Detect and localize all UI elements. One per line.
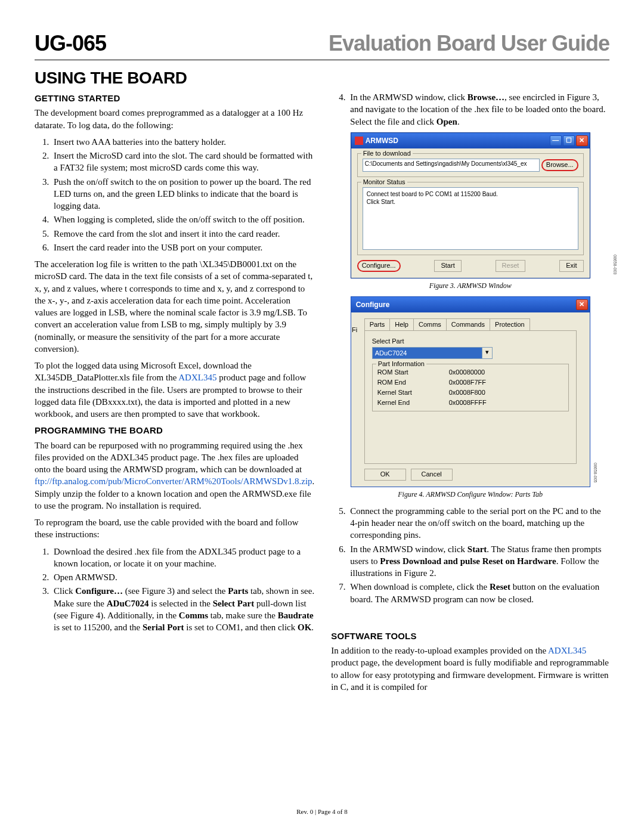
left-column: GETTING STARTED The development board co… [35, 89, 314, 698]
info-val: 0x0008F800 [449, 388, 564, 397]
file-download-group: File to download C:\Documents and Settin… [357, 153, 584, 177]
list-item: Insert the MicroSD card into the slot. T… [51, 150, 314, 174]
reset-button[interactable]: Reset [496, 260, 526, 272]
page-header: UG-065 Evaluation Board User Guide [35, 31, 609, 60]
figure-code: 08658-003 [612, 255, 618, 274]
para: To reprogram the board, use the cable pr… [35, 516, 314, 541]
close-icon[interactable]: ✕ [576, 135, 588, 146]
window-title: Configure [356, 300, 390, 309]
page-footer: Rev. 0 | Page 4 of 8 [0, 808, 644, 815]
tab-protection[interactable]: Protection [490, 318, 530, 330]
part-info-group: Part Information ROM Start0x00080000 ROM… [372, 364, 569, 411]
configure-button[interactable]: Configure... [357, 260, 401, 272]
list-item: Click Configure… (see Figure 3) and sele… [51, 585, 314, 633]
cancel-button[interactable]: Cancel [411, 469, 453, 481]
window-title: ARMWSD [366, 136, 398, 145]
list-item: Download the desired .hex file from the … [51, 546, 314, 570]
section-title: USING THE BOARD [35, 69, 609, 88]
maximize-icon[interactable]: ☐ [563, 135, 575, 146]
list-item: In the ARMWSD window, click Start. The S… [348, 543, 609, 580]
list-item: In the ARMWSD window, click Browse…, see… [348, 91, 609, 128]
right-column: In the ARMWSD window, click Browse…, see… [331, 89, 609, 698]
list-item: Insert the card reader into the USB port… [51, 241, 314, 253]
programming-list-cont: In the ARMWSD window, click Browse…, see… [331, 91, 609, 128]
figure-code: 08658-005 [592, 463, 597, 482]
list-item: Open ARMWSD. [51, 571, 314, 583]
info-val: 0x00080000 [449, 368, 564, 377]
info-key: Kernel End [377, 398, 437, 407]
tab-comms[interactable]: Comms [413, 318, 447, 330]
link-adxl345[interactable]: ADXL345 [548, 646, 586, 655]
combo-value: ADuC7024 [373, 348, 482, 359]
doc-id: UG-065 [35, 31, 106, 56]
doc-title: Evaluation Board User Guide [329, 31, 609, 56]
list-item: Connect the programming cable to the ser… [348, 505, 609, 541]
info-key: ROM Start [377, 368, 437, 377]
para: In addition to the ready-to-upload examp… [331, 645, 609, 693]
tabs: Parts Help Comms Commands Protection [364, 318, 583, 330]
minimize-icon[interactable]: — [550, 135, 562, 146]
group-label: File to download [361, 149, 413, 158]
window-titlebar: ARMWSD — ☐ ✕ [351, 133, 590, 148]
configure-window: Configure ✕ Fi Parts Help Comms Commands… [351, 296, 590, 487]
programming-list-cont2: Connect the programming cable to the ser… [331, 505, 609, 605]
armwsd-window: ARMWSD — ☐ ✕ File to download C:\Documen… [351, 132, 590, 278]
info-val: 0x0008F7FF [449, 378, 564, 387]
para: The board can be repurposed with no prog… [35, 439, 314, 512]
list-item: Push the on/off switch to the on positio… [51, 176, 314, 212]
link-adxl345[interactable]: ADXL345 [178, 373, 216, 382]
info-key: Kernel Start [377, 388, 437, 397]
subhead-getting-started: GETTING STARTED [35, 92, 314, 104]
group-label: Monitor Status [361, 178, 407, 187]
browse-button[interactable]: Browse... [541, 159, 578, 171]
tab-panel: Select Part ADuC7024 ▾ Part Information … [364, 330, 577, 464]
list-item: Insert two AAA batteries into the batter… [51, 136, 314, 148]
tab-parts[interactable]: Parts [364, 318, 391, 330]
group-label: Part Information [376, 360, 426, 368]
exit-button[interactable]: Exit [559, 260, 583, 272]
start-button[interactable]: Start [434, 260, 461, 272]
list-item: When download is complete, click the Res… [348, 581, 609, 605]
window-titlebar: Configure ✕ [351, 297, 590, 312]
link-armwsd-zip[interactable]: ftp://ftp.analog.com/pub/MicroConverter/… [35, 476, 312, 486]
app-icon [355, 137, 363, 145]
para: The development board comes preprogramme… [35, 107, 314, 131]
subhead-software-tools: SOFTWARE TOOLS [331, 630, 609, 642]
select-part-label: Select Part [372, 337, 569, 346]
background-stub: Fi [350, 326, 360, 334]
programming-list: Download the desired .hex file from the … [35, 546, 314, 634]
status-text: Connect test board to PC COM1 at 115200 … [363, 187, 578, 250]
info-val: 0x0008FFFF [449, 398, 564, 407]
select-part-combo[interactable]: ADuC7024 ▾ [372, 347, 493, 360]
subhead-programming: PROGRAMMING THE BOARD [35, 425, 314, 436]
getting-started-list: Insert two AAA batteries into the batter… [35, 136, 314, 253]
chevron-down-icon[interactable]: ▾ [482, 348, 492, 359]
tab-commands[interactable]: Commands [446, 318, 490, 330]
tab-help[interactable]: Help [389, 318, 414, 330]
figure-caption: Figure 3. ARMWSD Window [331, 281, 609, 290]
ok-button[interactable]: OK [364, 469, 406, 481]
para: To plot the logged data using Microsoft … [35, 360, 314, 420]
list-item: When logging is completed, slide the on/… [51, 213, 314, 225]
file-path-input[interactable]: C:\Documents and Settings\ngadish\My Doc… [363, 159, 540, 172]
close-icon[interactable]: ✕ [576, 299, 588, 310]
info-key: ROM End [377, 378, 437, 387]
para: The acceleration log file is written to … [35, 258, 314, 355]
list-item: Remove the card from the slot and insert… [51, 228, 314, 240]
monitor-status-group: Monitor Status Connect test board to PC … [357, 182, 584, 255]
figure-caption: Figure 4. ARMWSD Configure Window: Parts… [331, 490, 609, 499]
